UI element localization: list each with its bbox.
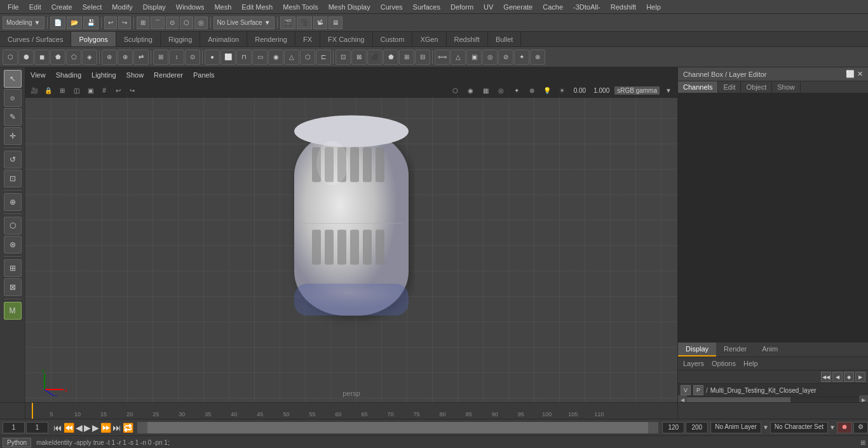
poly-cone-btn[interactable]: △ xyxy=(284,50,299,65)
vp-shadows-btn[interactable]: ⊗ xyxy=(526,85,538,96)
vp-renderer-menu[interactable]: Renderer xyxy=(151,70,186,80)
target-weld-btn[interactable]: ⊠ xyxy=(4,278,22,296)
snap-to-poly-btn[interactable]: ⊛ xyxy=(102,50,117,65)
select-vertex-btn[interactable]: ⬟ xyxy=(50,50,65,65)
snap-view-btn[interactable]: ◎ xyxy=(194,17,208,29)
bevel-btn[interactable]: ⬟ xyxy=(383,50,398,65)
snap-surface-btn[interactable]: ⬡ xyxy=(180,17,193,29)
new-file-btn[interactable]: 📄 xyxy=(50,17,65,29)
reduce-btn[interactable]: ⊘ xyxy=(498,50,513,65)
timeline-range-slider[interactable] xyxy=(137,422,658,433)
vp-lights-btn[interactable]: 💡 xyxy=(541,85,553,96)
rotate-tool-btn[interactable]: ↺ xyxy=(4,151,22,168)
boolean-btn[interactable]: ⊗ xyxy=(530,50,545,65)
tab-channels[interactable]: Channels xyxy=(678,81,718,93)
timeline[interactable]: 5 10 15 20 25 30 35 40 45 50 55 60 65 70… xyxy=(0,402,868,419)
layer-key-btn[interactable]: ◆ xyxy=(844,372,854,382)
go-to-end-btn[interactable]: ⏭ xyxy=(112,423,121,433)
menu-windows[interactable]: Windows xyxy=(171,2,210,12)
character-set-dropdown[interactable]: No Character Set xyxy=(770,422,828,433)
step-back-btn[interactable]: ⏪ xyxy=(64,423,74,433)
menu-surfaces[interactable]: Surfaces xyxy=(408,2,445,12)
layer-back-btn[interactable]: ◀◀ xyxy=(821,372,831,382)
layer-prev-btn[interactable]: ◀ xyxy=(832,372,843,382)
tab-edit[interactable]: Edit xyxy=(718,81,741,93)
sym-btn[interactable]: ⇄ xyxy=(133,50,149,65)
show-manip-btn[interactable]: ⊞ xyxy=(153,50,168,65)
go-to-start-btn[interactable]: ⏮ xyxy=(53,423,62,433)
cleanup-btn[interactable]: ✦ xyxy=(514,50,529,65)
triangulate-btn[interactable]: △ xyxy=(451,50,466,65)
current-frame-field[interactable]: 1 xyxy=(3,422,25,433)
menu-cache[interactable]: Cache xyxy=(538,2,568,12)
tab-polygons[interactable]: Polygons xyxy=(71,32,116,46)
snap-point-btn[interactable]: ⊙ xyxy=(166,17,179,29)
next-frame-btn[interactable]: ▶ xyxy=(92,423,99,433)
layer-tab-anim[interactable]: Anim xyxy=(754,343,785,356)
channel-box-close-btn[interactable]: ✕ xyxy=(857,70,863,78)
layer-name[interactable]: Multi_Drug_Testing_Kit_Closed_layer xyxy=(710,387,865,394)
menu-generate[interactable]: Generate xyxy=(498,2,538,12)
vp-show-menu[interactable]: Show xyxy=(124,70,147,80)
preserve-uv-btn[interactable]: ↕ xyxy=(169,50,184,65)
menu-redshift[interactable]: Redshift xyxy=(606,2,641,12)
play-btn[interactable]: ▶ xyxy=(84,423,91,433)
tab-fx-caching[interactable]: FX Caching xyxy=(320,32,372,46)
open-file-btn[interactable]: 📂 xyxy=(67,17,82,29)
menu-curves[interactable]: Curves xyxy=(376,2,408,12)
select-component-btn[interactable]: ◼ xyxy=(34,50,50,65)
multi-cut-btn[interactable]: ⊞ xyxy=(4,259,22,277)
vp-panels-menu[interactable]: Panels xyxy=(191,70,217,80)
anim-layer-dropdown[interactable]: No Anim Layer xyxy=(710,422,761,433)
layer-tab-display[interactable]: Display xyxy=(678,343,716,356)
smooth-btn[interactable]: ◎ xyxy=(482,50,498,65)
workspace-dropdown[interactable]: Modeling ▼ xyxy=(3,17,44,29)
menu-deform[interactable]: Deform xyxy=(445,2,478,12)
layer-submenu-layers[interactable]: Layers xyxy=(681,358,707,369)
viewport[interactable]: View Shading Lighting Show Renderer Pane… xyxy=(25,67,677,402)
vp-hud-btn[interactable]: ⊞ xyxy=(56,85,69,96)
undo-btn[interactable]: ↩ xyxy=(104,17,117,29)
show-manip-left-btn[interactable]: ⊕ xyxy=(4,193,22,211)
tab-curves-surfaces[interactable]: Curves / Surfaces xyxy=(0,32,71,46)
append-poly-btn[interactable]: ⊡ xyxy=(336,50,351,65)
menu-3dto[interactable]: -3DtoAll- xyxy=(568,2,606,12)
tab-object[interactable]: Object xyxy=(741,81,772,93)
python-expand-btn[interactable]: ⊞ xyxy=(860,439,865,446)
menu-edit-mesh[interactable]: Edit Mesh xyxy=(236,2,278,12)
layer-next-btn[interactable]: ▶ xyxy=(855,372,865,382)
vp-lighting-menu[interactable]: Lighting xyxy=(89,70,119,80)
layer-scrollbar[interactable]: ◀ ▶ xyxy=(678,397,868,402)
tab-sculpting[interactable]: Sculpting xyxy=(116,32,161,46)
select-face-btn[interactable]: ◈ xyxy=(82,50,97,65)
live-surface-dropdown[interactable]: No Live Surface ▼ xyxy=(214,17,275,29)
tab-bullet[interactable]: Bullet xyxy=(488,32,522,46)
vp-aa-btn[interactable]: ✦ xyxy=(510,85,523,96)
combine-btn[interactable]: ⊞ xyxy=(399,50,414,65)
separate-btn[interactable]: ⊟ xyxy=(415,50,430,65)
layer-submenu-options[interactable]: Options xyxy=(709,358,738,369)
poly-torus-btn[interactable]: ◉ xyxy=(268,50,283,65)
paint-select-btn[interactable]: ✎ xyxy=(4,108,22,126)
select-edge-btn[interactable]: ⬠ xyxy=(66,50,81,65)
vp-undo-view-btn[interactable]: ↩ xyxy=(112,85,125,96)
anim-layer-arrow-icon[interactable]: ▼ xyxy=(763,424,769,431)
tab-rigging[interactable]: Rigging xyxy=(161,32,200,46)
step-fwd-btn[interactable]: ⏩ xyxy=(100,423,111,433)
snap-curve-btn[interactable]: ⌒ xyxy=(151,17,165,29)
vp-wireframe-btn[interactable]: ⬡ xyxy=(449,85,462,96)
tab-fx[interactable]: FX xyxy=(295,32,320,46)
tab-animation[interactable]: Animation xyxy=(200,32,247,46)
layer-v-btn[interactable]: V xyxy=(681,385,691,395)
tab-redshift[interactable]: Redshift xyxy=(447,32,488,46)
move-tool-btn[interactable]: ✛ xyxy=(4,127,22,145)
snap-grid-btn[interactable]: ⊞ xyxy=(137,17,149,29)
menu-mesh-tools[interactable]: Mesh Tools xyxy=(278,2,323,12)
vp-exposure-btn[interactable]: ☀ xyxy=(556,85,569,96)
tab-xgen[interactable]: XGen xyxy=(412,32,446,46)
tab-custom[interactable]: Custom xyxy=(373,32,413,46)
select-tool-btn[interactable]: ↖ xyxy=(4,70,22,88)
menu-uv[interactable]: UV xyxy=(478,2,498,12)
select-hierarchy-btn[interactable]: ⬡ xyxy=(3,50,18,65)
timeline-numbers[interactable]: 5 10 15 20 25 30 35 40 45 50 55 60 65 70… xyxy=(25,403,677,419)
